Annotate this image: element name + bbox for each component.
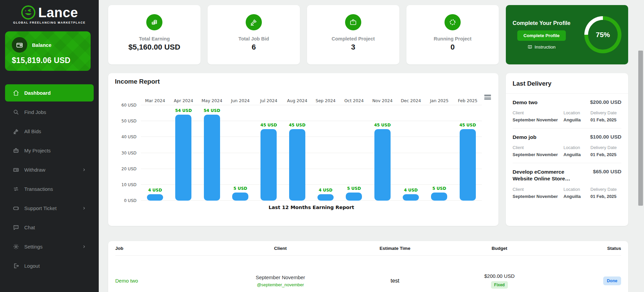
- category-label: Oct 2024: [340, 98, 368, 105]
- instruction-link[interactable]: Instruction: [527, 45, 555, 50]
- col-header-client: Client: [216, 246, 344, 251]
- status-badge[interactable]: Done: [603, 276, 621, 285]
- location-value: Anguilla: [563, 117, 590, 122]
- search-icon: [12, 109, 19, 116]
- location-label: Location: [563, 145, 590, 150]
- bar-column: 5 USD: [226, 105, 254, 201]
- estimate-time-value: test: [344, 278, 446, 284]
- bar-nov-2024[interactable]: [374, 129, 391, 201]
- bar-feb-2025[interactable]: [460, 129, 476, 201]
- bar-oct-2024[interactable]: [346, 193, 362, 201]
- app-name: Lance: [38, 5, 78, 20]
- job-link[interactable]: Demo two: [115, 278, 138, 284]
- chart-plot: 4 USD54 USD54 USD5 USD45 USD45 USD4 USD5…: [141, 105, 482, 201]
- category-label: Jan 2025: [425, 98, 453, 105]
- complete-profile-card: Complete Your Profile Complete Profile I…: [506, 5, 628, 64]
- bar-value-label: 54 USD: [175, 108, 192, 113]
- app-logo[interactable]: Lance: [0, 0, 99, 20]
- category-label: Sep 2024: [311, 98, 340, 105]
- bar-may-2024[interactable]: [204, 115, 220, 201]
- bar-column: 5 USD: [340, 105, 368, 201]
- category-label: Nov 2024: [368, 98, 397, 105]
- last-delivery-title: Last Delivery: [513, 73, 621, 93]
- location-value: Anguilla: [563, 194, 590, 199]
- bar-jan-2025[interactable]: [431, 193, 447, 201]
- vertical-scrollbar[interactable]: [638, 51, 643, 206]
- complete-profile-button[interactable]: Complete Profile: [517, 30, 565, 41]
- bar-jul-2024[interactable]: [260, 129, 277, 201]
- delivery-name: Develop eCommerce Website Online Store…: [513, 169, 580, 182]
- sidebar-item-find-jobs[interactable]: Find Jobs: [5, 104, 94, 121]
- stat-card-running-project: Running Project 0: [406, 5, 499, 64]
- category-label: Feb 2025: [454, 98, 482, 105]
- client-handle-link[interactable]: @september_november: [216, 282, 344, 287]
- stat-value: 0: [451, 43, 455, 52]
- bar-value-label: 5 USD: [347, 186, 361, 191]
- banknote-icon: [12, 167, 19, 173]
- category-label: Apr 2024: [169, 98, 197, 105]
- delivery-name: Demo two: [513, 99, 538, 106]
- delivery-entry[interactable]: Demo two $200.00 USD Client Location Del…: [513, 94, 621, 128]
- bar-aug-2024[interactable]: [289, 129, 305, 201]
- bar-jun-2024[interactable]: [232, 193, 248, 201]
- client-label: Client: [513, 187, 563, 192]
- profile-progress-donut: 75%: [584, 16, 621, 53]
- col-header-budget: Budget: [446, 246, 553, 251]
- sidebar-item-all-bids[interactable]: All Bids: [5, 123, 94, 140]
- balance-label: Balance: [32, 42, 52, 48]
- briefcase-icon: [12, 147, 19, 154]
- client-label: Client: [513, 110, 563, 115]
- col-header-estimate-time: Estimate Time: [344, 246, 446, 251]
- bar-mar-2024[interactable]: [147, 194, 163, 201]
- delivery-date-value: 01 Feb, 2025: [590, 117, 621, 122]
- bar-column: 45 USD: [368, 105, 397, 201]
- sidebar-item-transactions[interactable]: Transactions: [5, 180, 94, 198]
- sidebar-item-dashboard[interactable]: Dashboard: [5, 84, 94, 101]
- briefcase-icon: [345, 14, 361, 30]
- category-label: Mar 2024: [141, 98, 169, 105]
- gavel-icon: [246, 14, 262, 30]
- chart-plot-outer: 0 USD10 USD20 USD30 USD40 USD50 USD60 US…: [108, 105, 482, 201]
- sidebar-item-withdraw[interactable]: Withdraw: [5, 161, 94, 178]
- delivery-date-value: 01 Feb, 2025: [590, 152, 621, 157]
- sidebar-item-label: My Projects: [24, 148, 51, 153]
- chevron-right-icon: [82, 168, 86, 172]
- ticket-icon: [12, 205, 19, 212]
- book-icon: [527, 45, 532, 50]
- gear-icon: [12, 243, 19, 250]
- profile-progress-percent: 75%: [584, 16, 621, 53]
- chart-menu-icon[interactable]: [484, 95, 491, 100]
- bar-sep-2024[interactable]: [317, 194, 334, 201]
- sidebar-item-settings[interactable]: Settings: [5, 238, 94, 255]
- delivery-amount: $200.00 USD: [590, 99, 621, 106]
- stat-label: Completed Project: [332, 36, 375, 41]
- sidebar-item-support-ticket[interactable]: Support Ticket: [5, 200, 94, 217]
- location-label: Location: [563, 110, 590, 115]
- balance-amount: $15,819.06 USD: [12, 56, 84, 65]
- table-row: Demo two September November @september_n…: [115, 256, 621, 292]
- col-header-job: Job: [115, 246, 216, 251]
- main-content: Total Earning $5,160.00 USD Total Job Bi…: [99, 0, 644, 292]
- client-name: September November: [216, 274, 344, 280]
- gavel-icon: [12, 128, 19, 135]
- y-axis-tick-label: 20 USD: [121, 167, 136, 171]
- bar-apr-2024[interactable]: [175, 115, 191, 201]
- bar-value-label: 45 USD: [260, 123, 277, 127]
- delivery-entry[interactable]: Develop eCommerce Website Online Store… …: [513, 163, 621, 204]
- sidebar-item-my-projects[interactable]: My Projects: [5, 142, 94, 159]
- chart-title: Income Report: [108, 78, 498, 85]
- income-report-card: Income Report Mar 2024Apr 2024May 2024Ju…: [108, 73, 498, 226]
- category-label: Jun 2024: [226, 98, 254, 105]
- bar-column: 4 USD: [311, 105, 340, 201]
- sidebar-item-label: Withdraw: [24, 167, 45, 173]
- balance-card[interactable]: Balance $15,819.06 USD: [5, 31, 91, 71]
- bar-dec-2024[interactable]: [403, 194, 419, 201]
- bar-value-label: 54 USD: [204, 108, 220, 113]
- delivery-amount: $65.00 USD: [593, 169, 621, 182]
- delivery-entry[interactable]: Demo job $100.00 USD Client Location Del…: [513, 128, 621, 163]
- delivery-date-value: 01 Feb, 2025: [590, 194, 621, 199]
- client-value: September November: [513, 117, 563, 122]
- sidebar-item-logout[interactable]: Logout: [5, 257, 94, 274]
- category-label: Aug 2024: [283, 98, 311, 105]
- sidebar-item-chat[interactable]: Chat: [5, 219, 94, 236]
